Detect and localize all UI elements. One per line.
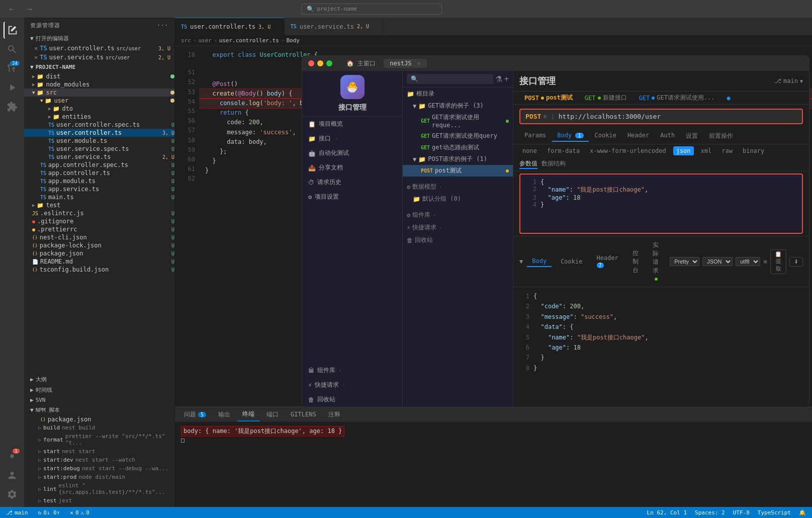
- back-button[interactable]: ←: [5, 4, 18, 14]
- body-tab-none[interactable]: none: [519, 146, 540, 155]
- close-nestjs-tab[interactable]: ✕: [417, 60, 421, 67]
- file-tsconfig-build[interactable]: {} tsconfig.build.json U: [24, 266, 174, 274]
- npm-start[interactable]: ▷ start nest start: [24, 447, 174, 456]
- file-us-spec[interactable]: TS user.service.spec.ts U: [24, 145, 174, 153]
- body-tab-json[interactable]: json: [673, 146, 694, 155]
- api-tab-get-test[interactable]: GET GET请求测试使用...: [634, 92, 720, 104]
- tab-user-service[interactable]: TS user.service.ts 2, U ✕: [285, 18, 383, 35]
- api-tab-get-new[interactable]: GET 新建接口: [580, 92, 632, 104]
- json-editor[interactable]: 1 { 2 "name": "我是post接口chaoge", 3 "age":…: [519, 174, 803, 234]
- file-ac-spec[interactable]: TS app.controller.spec.ts U: [24, 161, 174, 169]
- project-name-header[interactable]: ▼ PROJECT-NAME: [24, 62, 174, 72]
- settings-icon[interactable]: [4, 486, 21, 503]
- api-tab-post-test[interactable]: POST post测试: [519, 92, 578, 104]
- recycle-section[interactable]: 🗑 回收站: [403, 234, 513, 246]
- npm-test[interactable]: ▷ test jest: [24, 496, 174, 505]
- explorer-icon[interactable]: [4, 22, 21, 39]
- file-dto[interactable]: ▶ 📁 dto: [24, 105, 174, 113]
- npm-start-dev[interactable]: ▷ start:dev nest start --watch: [24, 456, 174, 464]
- tab-user-controller[interactable]: TS user.controller.ts 3, U ✕: [175, 18, 285, 35]
- file-main[interactable]: TS main.ts U: [24, 193, 174, 201]
- tree-get-folder[interactable]: ▼ 📁 GET请求的例子 (3): [403, 100, 513, 112]
- panel-tab-terminal[interactable]: 终端: [237, 408, 259, 421]
- file-dist[interactable]: ▶ 📁 dist: [24, 72, 174, 80]
- git-icon-bottom[interactable]: 1: [4, 448, 21, 465]
- breadcrumb-src[interactable]: src: [181, 37, 191, 44]
- tree-search[interactable]: 🔍: [407, 74, 493, 84]
- close-icon-2[interactable]: ✕: [34, 54, 38, 61]
- json-sub-params[interactable]: 参数值: [519, 159, 537, 169]
- quick-req-section[interactable]: ⚡ 快捷请求 ·: [403, 221, 513, 234]
- tree-get-2[interactable]: GET GET请求测试使用query: [403, 130, 513, 142]
- maximize-button-tl[interactable]: [326, 60, 332, 66]
- resp-tab-console[interactable]: 控制台: [627, 247, 644, 276]
- section-npm[interactable]: ▼ NPM 脚本: [24, 405, 174, 415]
- breadcrumb-user[interactable]: user: [199, 37, 212, 44]
- section-timeline[interactable]: ▶ 时间线: [24, 385, 174, 395]
- body-tab-urlencoded[interactable]: x-www-form-urlencoded: [587, 146, 669, 155]
- api-tab-more[interactable]: ●: [722, 92, 736, 104]
- nav-tab-nestjs[interactable]: nestJS ✕: [384, 59, 427, 68]
- api-sidebar-settings[interactable]: ⚙ 项目设置: [302, 190, 402, 204]
- open-editor-item-2[interactable]: ✕ TS user.service.ts src/user 2, U: [24, 53, 174, 62]
- file-gitignore[interactable]: ● .gitignore U: [24, 217, 174, 225]
- breadcrumb-file[interactable]: user.controller.ts: [219, 37, 279, 44]
- api-sidebar-history[interactable]: ⏱ 请求历史: [302, 175, 402, 190]
- file-user[interactable]: ▼ 📁 user: [24, 97, 174, 105]
- file-us[interactable]: TS user.service.ts 2, U: [24, 153, 174, 161]
- section-outline[interactable]: ▶ 大纲: [24, 374, 174, 385]
- status-notification[interactable]: 🔔: [797, 509, 808, 516]
- close-icon-1[interactable]: ✕: [34, 45, 38, 52]
- tree-get-1[interactable]: GET GET请求测试使用reque...: [403, 112, 513, 130]
- req-tab-pre[interactable]: 前置操作: [704, 130, 738, 142]
- file-readme[interactable]: 📄 README.md U: [24, 257, 174, 266]
- file-nestcli[interactable]: {} nest-cli.json U: [24, 233, 174, 241]
- api-sidebar-interfaces[interactable]: 📁 接口 ·: [302, 131, 402, 146]
- api-sidebar-overview[interactable]: 📋 项目概览: [302, 117, 402, 131]
- forward-button[interactable]: →: [23, 4, 36, 14]
- response-collapse-icon[interactable]: ▼: [519, 258, 523, 265]
- breadcrumb-symbol[interactable]: Body: [286, 37, 300, 44]
- url-bar[interactable]: POST ▼ | http://localhost:3000/user: [519, 109, 803, 124]
- utf8-select[interactable]: utf8: [736, 257, 760, 266]
- body-tab-formdata[interactable]: form-data: [544, 146, 583, 155]
- api-sidebar-quick[interactable]: ⚡ 快捷请求 ·: [302, 378, 402, 392]
- api-sidebar-share[interactable]: 📤 分享文档: [302, 160, 402, 175]
- req-tab-header[interactable]: Header: [622, 130, 654, 142]
- account-icon[interactable]: [4, 467, 21, 484]
- tree-root[interactable]: 📁 根目录: [403, 88, 513, 100]
- file-node-modules[interactable]: ▶ 📁 node_modules: [24, 80, 174, 89]
- body-tab-binary[interactable]: binary: [740, 146, 767, 155]
- resp-tab-actual[interactable]: 实际请求: [648, 239, 666, 284]
- file-am[interactable]: TS app.module.ts U: [24, 177, 174, 185]
- search-icon-activity[interactable]: [4, 41, 21, 58]
- req-tab-params[interactable]: Params: [519, 130, 551, 142]
- file-eslint[interactable]: JS .eslintrc.js U: [24, 209, 174, 217]
- json-sub-structure[interactable]: 数据结构: [542, 159, 566, 169]
- format-icon-button[interactable]: ≡: [763, 258, 767, 266]
- run-icon[interactable]: [4, 79, 21, 96]
- method-selector[interactable]: POST: [525, 113, 541, 120]
- body-tab-raw[interactable]: raw: [718, 146, 736, 155]
- file-entities[interactable]: ▶ 📁 entities: [24, 113, 174, 121]
- default-group[interactable]: 📁 默认分组 (0): [403, 193, 513, 205]
- group-lib-section[interactable]: ⚙ 组件库 ·: [403, 209, 513, 221]
- status-branch[interactable]: ⎇ main: [4, 509, 30, 516]
- file-prettier[interactable]: ● .prettierrc U: [24, 225, 174, 233]
- download-button[interactable]: ⬇: [789, 257, 803, 267]
- file-ac[interactable]: TS app.controller.ts U: [24, 169, 174, 177]
- npm-format[interactable]: ▷ format prettier --write "src/**/*.ts" …: [24, 432, 174, 447]
- tree-get-3[interactable]: GET get动态路由测试: [403, 142, 513, 153]
- status-line-col[interactable]: Ln 62, Col 1: [645, 509, 689, 516]
- file-src[interactable]: ▼ 📁 src: [24, 89, 174, 97]
- source-control-icon[interactable]: 24: [4, 60, 21, 77]
- file-pkg[interactable]: {} package.json U: [24, 249, 174, 257]
- panel-tab-problems[interactable]: 问题5: [179, 408, 211, 421]
- file-uc-spec[interactable]: TS user.controller.spec.ts U: [24, 121, 174, 129]
- panel-tab-gitlens[interactable]: GITLENS: [286, 409, 321, 420]
- api-sidebar-autotest[interactable]: 🤖 自动化测试: [302, 146, 402, 160]
- resp-tab-header[interactable]: Header 7: [592, 253, 623, 270]
- extensions-icon[interactable]: [4, 98, 21, 115]
- npm-lint[interactable]: ▷ lint eslint "{src,apps,libs,test}/**/*…: [24, 481, 174, 496]
- status-language[interactable]: TypeScript: [756, 509, 793, 516]
